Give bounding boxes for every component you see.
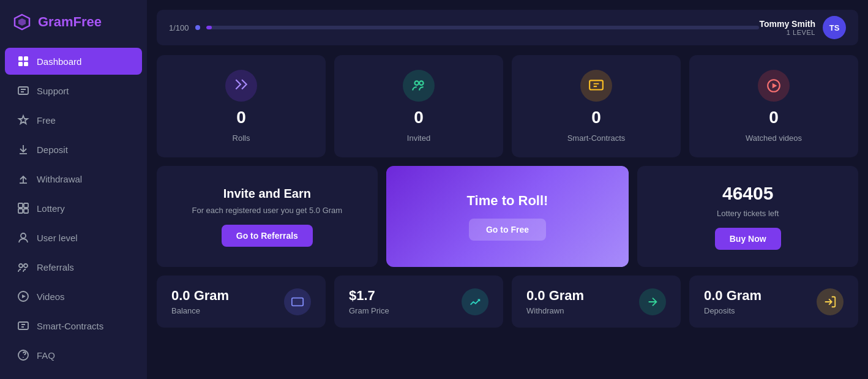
user-name: Tommy Smith — [759, 19, 815, 29]
go-to-referrals-button[interactable]: Go to Referrals — [222, 225, 313, 247]
svg-rect-9 — [18, 209, 23, 213]
videos-card: 0 Watched videos — [689, 55, 858, 157]
progress-container: 1/100 — [169, 23, 759, 32]
invite-desc: For each registered user you get 5.0 Gra… — [192, 206, 342, 215]
referrals-icon — [17, 261, 29, 273]
svg-rect-21 — [292, 298, 303, 306]
deposit-icon — [17, 143, 29, 156]
invited-label: Invited — [407, 133, 430, 143]
withdrawn-value: 0.0 Gram — [526, 288, 584, 304]
withdrawn-arrow-icon — [646, 295, 659, 309]
sidebar-item-label: Videos — [37, 291, 65, 302]
progress-dot — [195, 25, 200, 30]
withdrawn-card: 0.0 Gram Withdrawn — [512, 276, 681, 328]
contracts-card-icon — [580, 70, 612, 102]
svg-point-11 — [21, 233, 26, 238]
withdrawal-icon — [17, 173, 29, 185]
svg-marker-15 — [22, 295, 26, 298]
go-to-free-button[interactable]: Go to Free — [469, 219, 546, 241]
invited-icon — [411, 78, 427, 94]
svg-rect-10 — [24, 209, 28, 213]
gram-price-icon — [462, 288, 488, 315]
main-content: 1/100 Tommy Smith 1 LEVEL TS 0 Rolls — [147, 0, 868, 379]
buy-now-button[interactable]: Buy Now — [715, 228, 781, 250]
sidebar: GramFree Dashboard Support Free Deposit — [0, 0, 147, 379]
sidebar-item-label: Dashboard — [37, 56, 81, 67]
gram-price-value: $1.7 — [349, 288, 389, 304]
sidebar-item-label: Support — [37, 86, 69, 96]
gram-price-card: $1.7 Gram Price — [334, 276, 503, 328]
sidebar-item-user-level[interactable]: User level — [5, 224, 142, 251]
sidebar-item-faq[interactable]: FAQ — [5, 342, 142, 369]
app-name: GramFree — [38, 14, 102, 30]
user-info: Tommy Smith 1 LEVEL TS — [759, 16, 846, 39]
roll-title: Time to Roll! — [467, 193, 548, 209]
deposits-label: Deposits — [704, 306, 761, 315]
balance-icon — [284, 288, 311, 315]
contracts-label: Smart-Contracts — [567, 133, 626, 143]
sidebar-item-withdrawal[interactable]: Withdrawal — [5, 165, 142, 192]
svg-rect-3 — [24, 56, 28, 61]
balance-card: 0.0 Gram Balance — [157, 276, 326, 328]
svg-rect-4 — [18, 62, 23, 66]
middle-row: Invite and Earn For each registered user… — [157, 166, 858, 267]
progress-label: 1/100 — [169, 23, 189, 32]
svg-rect-5 — [24, 62, 28, 66]
invited-value: 0 — [414, 108, 424, 127]
sidebar-item-label: Smart-Contracts — [37, 321, 103, 331]
rolls-card-icon — [225, 70, 257, 102]
deposits-info: 0.0 Gram Deposits — [704, 288, 761, 315]
withdrawn-label: Withdrawn — [526, 306, 584, 315]
svg-point-16 — [18, 350, 28, 360]
avatar: TS — [823, 16, 846, 39]
svg-rect-2 — [18, 56, 23, 61]
videos-value: 0 — [769, 108, 779, 127]
rolls-label: Rolls — [233, 133, 250, 143]
faq-icon — [17, 349, 29, 361]
svg-point-17 — [415, 81, 419, 85]
sidebar-item-label: FAQ — [37, 350, 55, 361]
sidebar-item-referrals[interactable]: Referrals — [5, 253, 142, 280]
invited-card: 0 Invited — [334, 55, 503, 157]
chart-icon — [468, 295, 482, 309]
sidebar-item-smart-contracts[interactable]: Smart-Contracts — [5, 312, 142, 339]
sidebar-item-label: Withdrawal — [37, 174, 82, 184]
svg-rect-7 — [18, 203, 23, 208]
sidebar-item-label: Referrals — [37, 262, 74, 272]
sidebar-item-lottery[interactable]: Lottery — [5, 195, 142, 222]
deposit-arrow-icon — [823, 295, 837, 309]
sidebar-item-label: User level — [37, 233, 78, 243]
dashboard-icon — [17, 55, 29, 67]
sidebar-item-support[interactable]: Support — [5, 77, 142, 104]
user-level: 1 LEVEL — [759, 29, 815, 36]
contracts-icon — [588, 78, 604, 94]
svg-marker-1 — [18, 18, 26, 26]
contracts-value: 0 — [591, 108, 601, 127]
sidebar-item-deposit[interactable]: Deposit — [5, 136, 142, 163]
sidebar-item-free[interactable]: Free — [5, 107, 142, 133]
header-bar: 1/100 Tommy Smith 1 LEVEL TS — [157, 10, 858, 45]
sidebar-item-label: Deposit — [37, 144, 68, 155]
deposits-icon — [817, 288, 844, 315]
stats-cards-grid: 0 Rolls 0 Invited 0 S — [157, 55, 858, 157]
sidebar-item-videos[interactable]: Videos — [5, 283, 142, 310]
deposits-value: 0.0 Gram — [704, 288, 761, 304]
sidebar-item-logout[interactable]: Logout — [5, 371, 142, 379]
lottery-value: 46405 — [722, 183, 773, 204]
balance-value: 0.0 Gram — [171, 288, 229, 304]
balance-info: 0.0 Gram Balance — [171, 288, 229, 315]
sidebar-item-label: Free — [37, 115, 56, 126]
smart-contracts-icon — [17, 320, 29, 332]
gram-price-info: $1.7 Gram Price — [349, 288, 389, 315]
invited-card-icon — [403, 70, 435, 102]
svg-point-18 — [419, 81, 424, 85]
user-level-icon — [17, 231, 29, 244]
free-icon — [17, 114, 29, 126]
invite-card: Invite and Earn For each registered user… — [157, 166, 378, 267]
withdrawn-info: 0.0 Gram Withdrawn — [526, 288, 584, 315]
sidebar-item-dashboard[interactable]: Dashboard — [5, 48, 142, 75]
sidebar-item-label: Lottery — [37, 203, 65, 214]
svg-marker-20 — [773, 83, 777, 89]
gram-price-label: Gram Price — [349, 306, 389, 315]
invite-title: Invite and Earn — [223, 187, 311, 201]
